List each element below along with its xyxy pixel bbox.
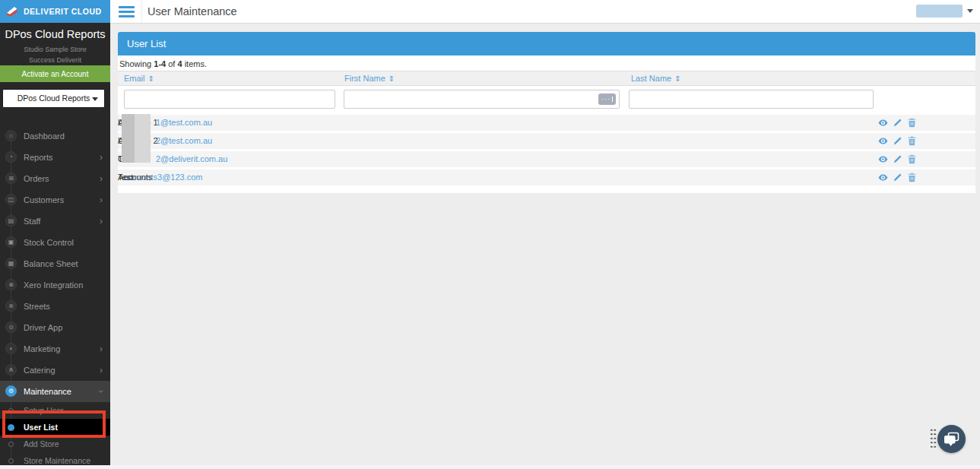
topbar: User Maintenance <box>110 0 980 24</box>
menu-item-label: Catering <box>24 360 56 381</box>
menu-item-label: Xero Integration <box>24 274 83 296</box>
customers-icon: ◫ <box>5 194 17 205</box>
sidebar-item-streets[interactable]: ≋ Streets › <box>0 296 110 317</box>
grid-header-row: Email⇕ First Name⇕ Last Name⇕ <box>118 71 975 86</box>
last-name-cell: Test <box>118 170 133 185</box>
chevron-down-icon: › <box>97 390 106 393</box>
ellipsis-autofill-icon[interactable]: ··· <box>598 93 616 105</box>
chevron-down-icon[interactable] <box>967 9 973 16</box>
sidebar-item-dashboard[interactable]: ⌂ Dashboard › <box>0 125 110 147</box>
maintenance-icon: ⚙ <box>5 385 17 397</box>
sidebar-item-xero-integration[interactable]: ⊗ Xero Integration › <box>0 274 110 296</box>
view-icon[interactable] <box>878 118 888 128</box>
menu-item-label: Customers <box>24 189 64 211</box>
menu-item-label: Dashboard <box>24 125 65 147</box>
submenu-item-label: User List <box>24 419 58 436</box>
menu-item-label: Orders <box>24 168 49 189</box>
edit-icon[interactable] <box>893 173 902 182</box>
hamburger-icon[interactable] <box>119 6 135 17</box>
row-actions <box>878 170 917 185</box>
delete-icon[interactable] <box>907 118 917 128</box>
sort-first-name-header[interactable]: First Name⇕ <box>344 71 395 86</box>
sidebar-item-catering[interactable]: ⋔ Catering › <box>0 360 110 381</box>
brand-header[interactable]: DELIVERIT CLOUD <box>0 0 110 23</box>
redacted-username[interactable] <box>916 5 963 17</box>
activate-account-button[interactable]: Activate an Account <box>0 65 110 82</box>
sidebar-item-balance-sheet[interactable]: ▦ Balance Sheet › <box>0 253 110 274</box>
grid-filter-row: ··· <box>118 86 975 113</box>
row-actions <box>878 151 917 167</box>
submenu-item-user-list[interactable]: User List <box>0 419 110 436</box>
sort-email-header[interactable]: Email⇕ <box>124 71 154 86</box>
app-window: DELIVERIT CLOUD DPos Cloud Reports Studi… <box>0 0 980 469</box>
menu-item-label: Marketing <box>24 338 60 360</box>
submenu-item-label: Setup User <box>24 402 64 419</box>
panel-title: User List <box>118 32 975 55</box>
email-filter-input[interactable] <box>124 90 335 109</box>
email-link[interactable]: 2@deliverit.com.au <box>156 151 227 167</box>
store-name: DPos Cloud Reports <box>0 28 110 40</box>
user-list-panel: User List Showing 1-4 of 4 items. Email⇕… <box>118 32 975 193</box>
menu-item-label: Maintenance <box>24 381 71 402</box>
bullet-icon <box>8 424 14 431</box>
email-link[interactable]: 2@test.com.au <box>156 133 212 149</box>
grid-summary: Showing 1-4 of 4 items. <box>118 55 975 71</box>
store-selector[interactable]: DPos Cloud Reports <box>2 89 105 108</box>
grid-rows: 1@test.com.au Andiamo 1 User 2@test.com.… <box>118 115 975 185</box>
first-name-filter-input[interactable] <box>344 90 620 109</box>
stock-control-icon: ▣ <box>5 236 17 248</box>
maintenance-submenu: Setup User User List Add Store Store Mai… <box>0 402 110 469</box>
bullet-icon <box>8 442 14 447</box>
view-icon[interactable] <box>878 173 888 182</box>
menu-item-label: Reports <box>24 147 53 168</box>
view-icon[interactable] <box>878 136 888 146</box>
menu-item-label: Stock Control <box>24 232 74 253</box>
edit-icon[interactable] <box>893 118 902 128</box>
delete-icon[interactable] <box>907 154 917 164</box>
sidebar-item-stock-control[interactable]: ▣ Stock Control › <box>0 232 110 253</box>
last-name-filter-input[interactable] <box>629 90 874 109</box>
orders-icon: ⊞ <box>5 173 17 184</box>
table-row: 1@test.com.au Andiamo 1 User <box>118 115 975 131</box>
sort-icon: ⇕ <box>389 74 395 83</box>
chat-bubbles-icon <box>944 432 959 447</box>
sidebar-item-orders[interactable]: ⊞ Orders › <box>0 168 110 189</box>
chevron-down-icon <box>92 97 98 104</box>
table-row: 2@test.com.au Andiamo 2 User <box>118 133 975 149</box>
menu-item-label: Staff <box>24 211 40 232</box>
sidebar-item-reports[interactable]: ◔ Reports › <box>0 147 110 168</box>
sidebar-menu: ⌂ Dashboard › ◔ Reports › ⊞ Orders › ◫ C… <box>0 125 110 402</box>
menu-item-label: Streets <box>24 296 50 317</box>
delete-icon[interactable] <box>907 136 917 146</box>
sidebar-item-staff[interactable]: ▤ Staff › <box>0 211 110 232</box>
dashboard-icon: ⌂ <box>5 130 17 141</box>
topbar-divider <box>141 0 142 23</box>
page-title: User Maintenance <box>147 0 237 23</box>
email-link[interactable]: 1@test.com.au <box>156 115 212 131</box>
sort-icon: ⇕ <box>674 74 680 83</box>
xero-icon: ⊗ <box>5 279 17 290</box>
panel-body: Showing 1-4 of 4 items. Email⇕ First Nam… <box>118 55 975 193</box>
marketing-icon: ◖ <box>5 343 17 354</box>
submenu-item-add-store[interactable]: Add Store <box>0 436 110 452</box>
sidebar-item-marketing[interactable]: ◖ Marketing › <box>0 338 110 360</box>
sidebar-item-maintenance[interactable]: ⚙ Maintenance › <box>0 381 110 402</box>
menu-item-label: Balance Sheet <box>24 253 78 274</box>
edit-icon[interactable] <box>893 154 902 164</box>
delete-icon[interactable] <box>907 173 917 182</box>
chat-widget-button[interactable] <box>937 425 966 453</box>
row-actions <box>878 133 917 149</box>
table-row: accounts3@123.com Accounts Test <box>118 170 975 185</box>
view-icon[interactable] <box>878 154 888 164</box>
redacted-text-block <box>122 114 151 163</box>
window-bottom-edge <box>0 465 980 469</box>
drag-dots-icon[interactable] <box>930 428 937 449</box>
edit-icon[interactable] <box>893 136 902 146</box>
sidebar-item-driver-app[interactable]: ⊙ Driver App › <box>0 317 110 338</box>
sidebar-item-customers[interactable]: ◫ Customers › <box>0 189 110 211</box>
store-subtitle-1: Studio Sample Store <box>0 46 110 53</box>
submenu-item-setup-user[interactable]: Setup User <box>0 402 110 419</box>
driver-app-icon: ⊙ <box>5 322 17 333</box>
sort-last-name-header[interactable]: Last Name⇕ <box>631 71 681 86</box>
row-actions <box>878 115 917 131</box>
